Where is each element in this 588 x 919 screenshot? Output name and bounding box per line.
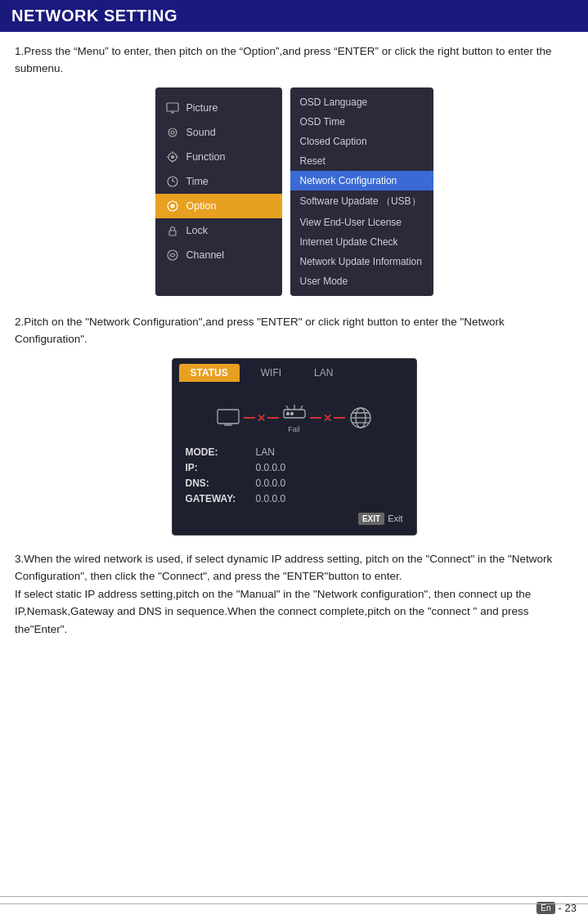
function-icon: [165, 150, 180, 164]
label-ip: IP:: [186, 462, 243, 473]
menu-label-picture: Picture: [186, 102, 218, 114]
svg-point-6: [171, 155, 173, 158]
label-gateway: GATEWAY:: [186, 493, 243, 504]
network-panel: STATUS WIFI LAN: [172, 358, 417, 536]
menu-label-time: Time: [186, 176, 209, 187]
menu-label-function: Function: [186, 151, 226, 163]
svg-point-15: [171, 204, 174, 208]
menu-item-function[interactable]: Function: [155, 145, 282, 169]
svg-point-4: [171, 131, 174, 134]
value-dns: 0.0.0.0: [256, 477, 286, 489]
tab-wifi[interactable]: WIFI: [249, 364, 293, 382]
submenu-user-mode[interactable]: User Mode: [290, 271, 433, 291]
svg-rect-18: [218, 410, 239, 424]
lock-icon: [165, 223, 180, 238]
option-submenu-panel: OSD Language OSD Time Closed Caption Res…: [290, 87, 433, 296]
step2-layout: STATUS WIFI LAN: [15, 358, 573, 536]
network-tabs: STATUS WIFI LAN: [173, 359, 416, 382]
connection-line-1: ✕: [244, 412, 279, 424]
header-title: NETWORK SETTING: [11, 7, 177, 25]
menu-label-lock: Lock: [186, 225, 208, 236]
network-body: ✕ Fail: [173, 382, 416, 535]
menu-item-lock[interactable]: Lock: [155, 218, 282, 243]
info-row-ip: IP: 0.0.0.0: [186, 462, 403, 473]
time-icon: [165, 174, 180, 189]
submenu-network-configuration[interactable]: Network Configuration: [290, 171, 433, 191]
submenu-osd-time[interactable]: OSD Time: [290, 112, 433, 132]
menu-item-option[interactable]: Option: [155, 194, 282, 218]
submenu-internet-update[interactable]: Internet Update Check: [290, 232, 433, 252]
svg-line-22: [286, 406, 289, 410]
svg-point-26: [290, 412, 293, 415]
submenu-closed-caption[interactable]: Closed Caption: [290, 132, 433, 151]
step1-text: 1.Press the “Menu” to enter, then pitch …: [15, 43, 573, 78]
step3-text: 3.When the wired network is used, if sel…: [15, 550, 573, 639]
fail-label: Fail: [288, 425, 300, 433]
page-title: NETWORK SETTING: [0, 0, 588, 32]
submenu-reset[interactable]: Reset: [290, 151, 433, 171]
value-ip: 0.0.0.0: [256, 462, 286, 473]
internet-icon: [348, 406, 373, 430]
info-row-gateway: GATEWAY: 0.0.0.0: [186, 493, 403, 504]
sound-icon: [165, 125, 180, 140]
submenu-osd-language[interactable]: OSD Language: [290, 92, 433, 112]
submenu-view-license[interactable]: View End-User License: [290, 213, 433, 232]
submenu-network-update-info[interactable]: Network Update Information: [290, 252, 433, 271]
svg-point-3: [168, 128, 177, 137]
menu-panel: Picture Sound: [155, 87, 282, 296]
step2-text: 2.Pitch on the "Network Configuration",a…: [15, 314, 573, 348]
label-dns: DNS:: [186, 477, 243, 489]
value-mode: LAN: [256, 446, 275, 458]
label-mode: MODE:: [186, 446, 243, 458]
tv-icon: [216, 408, 240, 428]
page-footer: En - 23: [0, 896, 588, 919]
menu-label-sound: Sound: [186, 127, 216, 138]
picture-icon: [165, 101, 180, 115]
channel-icon: [165, 248, 180, 262]
option-icon: [165, 199, 180, 213]
menu-label-channel: Channel: [186, 249, 225, 261]
menu-item-time[interactable]: Time: [155, 169, 282, 194]
menu-label-option: Option: [186, 200, 217, 212]
info-row-dns: DNS: 0.0.0.0: [186, 477, 403, 489]
router-icon: Fail: [282, 403, 307, 433]
tab-status[interactable]: STATUS: [179, 364, 240, 382]
svg-point-25: [286, 412, 289, 415]
exit-label: Exit: [388, 513, 402, 523]
svg-rect-16: [169, 231, 176, 235]
exit-button-badge: EXIT: [358, 513, 384, 525]
info-row-mode: MODE: LAN: [186, 446, 403, 458]
page-content: 1.Press the “Menu” to enter, then pitch …: [0, 32, 588, 688]
value-gateway: 0.0.0.0: [256, 493, 286, 504]
menu-item-picture[interactable]: Picture: [155, 96, 282, 120]
step1-panels: Picture Sound: [15, 87, 573, 296]
connection-line-2: ✕: [310, 412, 345, 424]
submenu-software-update[interactable]: Software Upadate （USB）: [290, 191, 433, 213]
exit-row: EXIT Exit: [186, 513, 403, 525]
menu-item-sound[interactable]: Sound: [155, 120, 282, 145]
tab-lan[interactable]: LAN: [303, 364, 344, 382]
network-diagram: ✕ Fail: [186, 403, 403, 433]
svg-line-24: [300, 406, 303, 410]
svg-rect-0: [167, 103, 178, 111]
svg-point-17: [168, 250, 177, 260]
menu-item-channel[interactable]: Channel: [155, 243, 282, 267]
